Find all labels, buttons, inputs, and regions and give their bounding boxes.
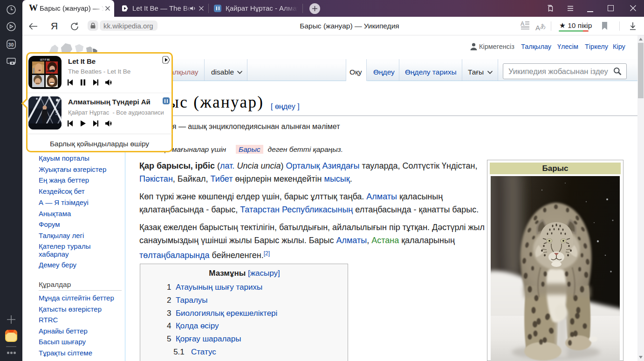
svg-text:LET IT BE: LET IT BE (40, 59, 50, 61)
svg-text:30: 30 (8, 42, 14, 48)
